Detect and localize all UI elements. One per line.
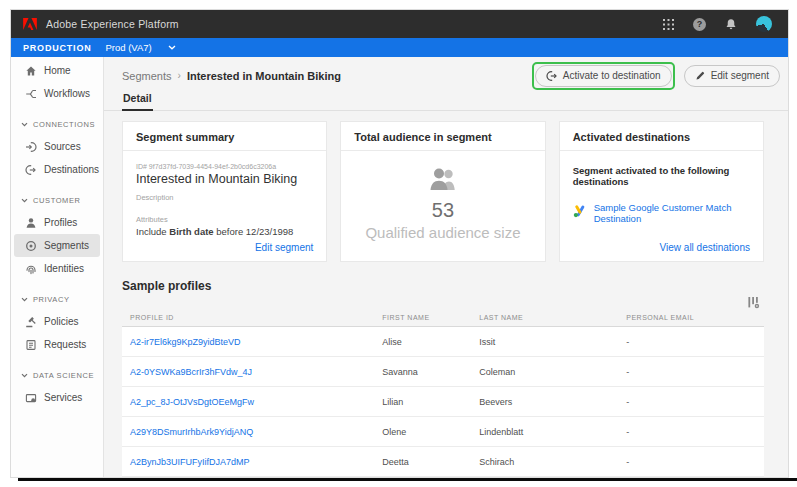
- annotation-highlight-box: Activate to destination: [532, 62, 675, 90]
- apps-grid-icon[interactable]: [663, 19, 674, 30]
- profile-id-link[interactable]: A29Y8DSmurIrhbArk9YidjANQ: [122, 427, 374, 437]
- profile-id-link[interactable]: A2-0YSWKa9BcrIr3hFVdw_4J: [122, 367, 374, 377]
- last-name-cell: Lindenblatt: [471, 427, 618, 437]
- segment-summary-card: Segment summary ID# 9f7d37fd-7039-4454-9…: [122, 121, 327, 262]
- view-all-destinations-link[interactable]: View all destinations: [660, 242, 750, 253]
- adobe-logo-icon: [23, 18, 37, 30]
- sidebar-item-profiles[interactable]: Profiles: [14, 211, 100, 234]
- environment-bar: PRODUCTION Prod (VA7): [11, 38, 788, 57]
- sample-profiles-title: Sample profiles: [122, 279, 764, 293]
- attribute-rule: Include Birth date before 12/23/1998: [136, 226, 313, 237]
- breadcrumb-segments-link[interactable]: Segments: [122, 70, 172, 82]
- sidebar-item-services[interactable]: Services: [14, 386, 100, 409]
- sidebar-item-label: Profiles: [44, 217, 77, 228]
- attribute-suffix: before 12/23/1998: [214, 226, 294, 237]
- last-name-cell: Beevers: [471, 397, 618, 407]
- table-row: A2-0YSWKa9BcrIr3hFVdw_4J Savanna Coleman…: [122, 357, 764, 387]
- pencil-icon: [695, 70, 706, 81]
- home-icon: [24, 65, 37, 77]
- sidebar-item-sources[interactable]: Sources: [14, 135, 100, 158]
- table-row: A29Y8DSmurIrhbArk9YidjANQ Olene Lindenbl…: [122, 417, 764, 447]
- sidebar-item-label: Services: [44, 392, 82, 403]
- sidebar-item-workflows[interactable]: Workflows: [14, 82, 100, 105]
- screenshot-canvas: Adobe Experience Platform ? PRODUCTION P…: [0, 0, 797, 487]
- profile-id-link[interactable]: A2BynJb3UIFUFyIifDJA7dMP: [122, 457, 374, 467]
- sidebar-item-label: Home: [44, 65, 71, 76]
- brand: Adobe Experience Platform: [11, 18, 179, 30]
- table-row: A2_pc_8J-OtJVsDgtOEeMgFw Lilian Beevers …: [122, 387, 764, 417]
- chevron-down-icon: [21, 198, 28, 203]
- attributes-label: Attributes: [136, 215, 313, 224]
- edit-segment-button[interactable]: Edit segment: [684, 65, 780, 87]
- personal-email-cell: -: [618, 457, 764, 467]
- sidebar-section-label: CUSTOMER: [33, 196, 81, 205]
- destinations-subtitle: Segment activated to the following desti…: [573, 165, 750, 187]
- personal-email-cell: -: [618, 337, 764, 347]
- window-bottom-edge: [18, 478, 797, 481]
- sidebar-item-label: Workflows: [44, 88, 90, 99]
- description-label: Description: [136, 193, 313, 202]
- sidebar-section-privacy[interactable]: PRIVACY: [11, 288, 103, 310]
- personal-email-cell: -: [618, 397, 764, 407]
- user-avatar[interactable]: [756, 16, 772, 32]
- top-bar: Adobe Experience Platform ?: [11, 10, 788, 38]
- destination-link[interactable]: Sample Google Customer Match Destination: [594, 202, 750, 224]
- column-header-profile-id: PROFILE ID: [122, 314, 374, 321]
- sidebar-item-policies[interactable]: Policies: [14, 310, 100, 333]
- activated-destinations-card: Activated destinations Segment activated…: [559, 121, 764, 262]
- card-title: Total audience in segment: [341, 122, 544, 151]
- first-name-cell: Alise: [374, 337, 471, 347]
- sidebar-section-label: CONNECTIONS: [33, 120, 95, 129]
- first-name-cell: Olene: [374, 427, 471, 437]
- environment-name[interactable]: Prod (VA7): [106, 42, 152, 53]
- breadcrumb-separator: ›: [178, 70, 181, 81]
- table-row: A2BynJb3UIFUFyIifDJA7dMP Deetta Schirach…: [122, 447, 764, 477]
- header-actions: Activate to destination Edit segment: [532, 62, 780, 90]
- audience-count: 53: [432, 199, 454, 222]
- sidebar-item-label: Segments: [44, 240, 89, 251]
- sidebar-item-segments[interactable]: Segments: [14, 234, 100, 257]
- chevron-down-icon: [21, 297, 28, 302]
- profile-id-link[interactable]: A2-ir7El6kg9KpZ9yidBteVD: [122, 337, 374, 347]
- profiles-person-icon: [24, 217, 37, 229]
- summary-cards: Segment summary ID# 9f7d37fd-7039-4454-9…: [122, 121, 764, 262]
- audience-people-icon: [426, 166, 460, 195]
- total-audience-body: 53 Qualified audience size: [341, 151, 544, 261]
- app-title: Adobe Experience Platform: [46, 18, 179, 30]
- last-name-cell: Coleman: [471, 367, 618, 377]
- tab-bar: Detail: [104, 88, 788, 111]
- segment-name: Interested in Mountain Biking: [136, 172, 313, 186]
- segment-summary-body: ID# 9f7d37fd-7039-4454-94ef-2b0cd6c3206a…: [123, 151, 326, 261]
- sidebar-section-customer[interactable]: CUSTOMER: [11, 189, 103, 211]
- attribute-field: Birth date: [169, 226, 213, 237]
- help-icon[interactable]: ?: [693, 18, 706, 31]
- workflows-icon: [24, 88, 37, 100]
- first-name-cell: Lilian: [374, 397, 471, 407]
- sidebar-section-connections[interactable]: CONNECTIONS: [11, 113, 103, 135]
- sidebar-item-label: Identities: [44, 263, 84, 274]
- profile-id-link[interactable]: A2_pc_8J-OtJVsDgtOEeMgFw: [122, 397, 374, 407]
- page-header: Segments › Interested in Mountain Biking…: [104, 57, 788, 87]
- sidebar-item-label: Sources: [44, 141, 81, 152]
- edit-segment-link[interactable]: Edit segment: [255, 242, 313, 253]
- sidebar-item-requests[interactable]: Requests: [14, 333, 100, 356]
- activate-to-destination-button[interactable]: Activate to destination: [535, 65, 672, 87]
- sidebar-section-label: PRIVACY: [33, 295, 70, 304]
- google-ads-icon: [573, 204, 587, 222]
- sidebar-item-destinations[interactable]: Destinations: [14, 158, 100, 181]
- first-name-cell: Savanna: [374, 367, 471, 377]
- sidebar-item-home[interactable]: Home: [14, 59, 100, 82]
- topbar-actions: ?: [663, 16, 788, 32]
- services-icon: [24, 392, 37, 404]
- tab-detail[interactable]: Detail: [122, 89, 153, 111]
- sidebar-section-data-science[interactable]: DATA SCIENCE: [11, 364, 103, 386]
- notifications-bell-icon[interactable]: [725, 18, 737, 30]
- chevron-down-icon[interactable]: [168, 45, 176, 50]
- card-title: Activated destinations: [560, 122, 763, 151]
- help-glyph: ?: [693, 18, 706, 31]
- policies-gavel-icon: [24, 316, 37, 328]
- column-settings-icon[interactable]: [747, 296, 760, 309]
- first-name-cell: Deetta: [374, 457, 471, 467]
- sidebar-item-identities[interactable]: Identities: [14, 257, 100, 280]
- segment-id: ID# 9f7d37fd-7039-4454-94ef-2b0cd6c3206a: [136, 163, 313, 170]
